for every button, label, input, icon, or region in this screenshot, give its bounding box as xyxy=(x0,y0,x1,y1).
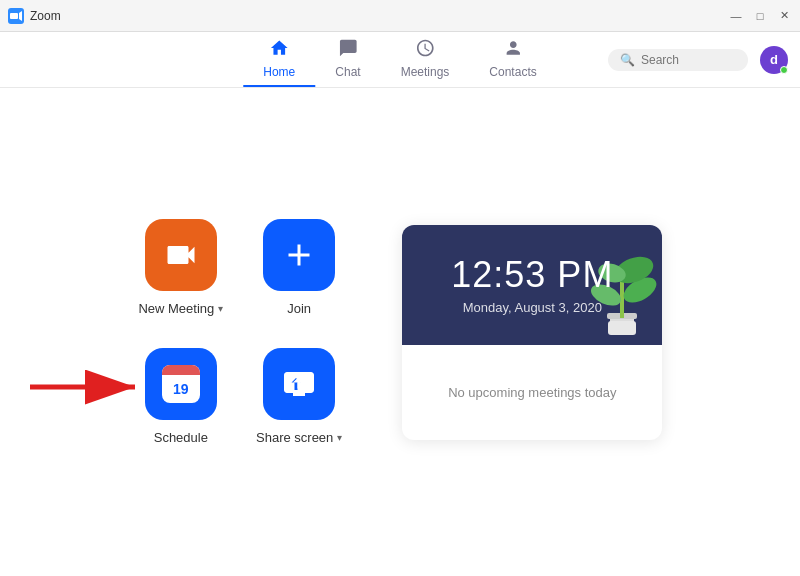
time-header: 12:53 PM Monday, August 3, 2020 xyxy=(402,225,662,345)
join-item[interactable]: Join xyxy=(256,219,342,316)
main-content: New Meeting ▾ Join 19 xyxy=(0,88,800,576)
contacts-icon xyxy=(503,38,523,63)
join-button[interactable] xyxy=(263,219,335,291)
nav-bar: Home Chat Meetings xyxy=(0,32,800,88)
svg-rect-12 xyxy=(608,321,636,335)
app-icon xyxy=(8,8,24,24)
chat-icon xyxy=(338,38,358,63)
maximize-button[interactable]: □ xyxy=(752,8,768,24)
calendar-panel: 12:53 PM Monday, August 3, 2020 No upcom… xyxy=(402,225,662,440)
new-meeting-label: New Meeting ▾ xyxy=(138,301,223,316)
nav-right: 🔍 d xyxy=(608,46,788,74)
avatar[interactable]: d xyxy=(760,46,788,74)
share-screen-caret: ▾ xyxy=(337,432,342,443)
nav-contacts[interactable]: Contacts xyxy=(469,32,556,87)
schedule-item[interactable]: 19 Schedule xyxy=(138,348,224,445)
nav-chat-label: Chat xyxy=(335,65,360,79)
title-bar: Zoom — □ ✕ xyxy=(0,0,800,32)
share-screen-label: Share screen ▾ xyxy=(256,430,342,445)
window-controls: — □ ✕ xyxy=(728,8,792,24)
nav-meetings-label: Meetings xyxy=(401,65,450,79)
nav-chat[interactable]: Chat xyxy=(315,32,380,87)
schedule-label: Schedule xyxy=(154,430,208,445)
no-meetings-text: No upcoming meetings today xyxy=(422,385,642,400)
search-input[interactable] xyxy=(641,53,741,67)
minimize-button[interactable]: — xyxy=(728,8,744,24)
red-arrow xyxy=(30,362,150,416)
schedule-button[interactable]: 19 xyxy=(145,348,217,420)
app-title: Zoom xyxy=(30,9,728,23)
avatar-status-dot xyxy=(780,66,788,74)
close-button[interactable]: ✕ xyxy=(776,8,792,24)
share-screen-item[interactable]: Share screen ▾ xyxy=(256,348,342,445)
nav-items: Home Chat Meetings xyxy=(243,32,556,87)
panel-body: No upcoming meetings today xyxy=(402,345,662,440)
time-display: 12:53 PM xyxy=(451,254,613,296)
new-meeting-item[interactable]: New Meeting ▾ xyxy=(138,219,224,316)
action-grid: New Meeting ▾ Join 19 xyxy=(138,219,343,445)
search-box[interactable]: 🔍 xyxy=(608,49,748,71)
nav-home-label: Home xyxy=(263,65,295,79)
nav-contacts-label: Contacts xyxy=(489,65,536,79)
clock-icon xyxy=(415,38,435,63)
share-screen-button[interactable] xyxy=(263,348,335,420)
nav-home[interactable]: Home xyxy=(243,32,315,87)
svg-rect-1 xyxy=(10,13,18,19)
home-icon xyxy=(269,38,289,63)
new-meeting-button[interactable] xyxy=(145,219,217,291)
nav-meetings[interactable]: Meetings xyxy=(381,32,470,87)
date-display: Monday, August 3, 2020 xyxy=(463,300,602,315)
join-label: Join xyxy=(287,301,311,316)
search-icon: 🔍 xyxy=(620,53,635,67)
new-meeting-caret: ▾ xyxy=(218,303,223,314)
